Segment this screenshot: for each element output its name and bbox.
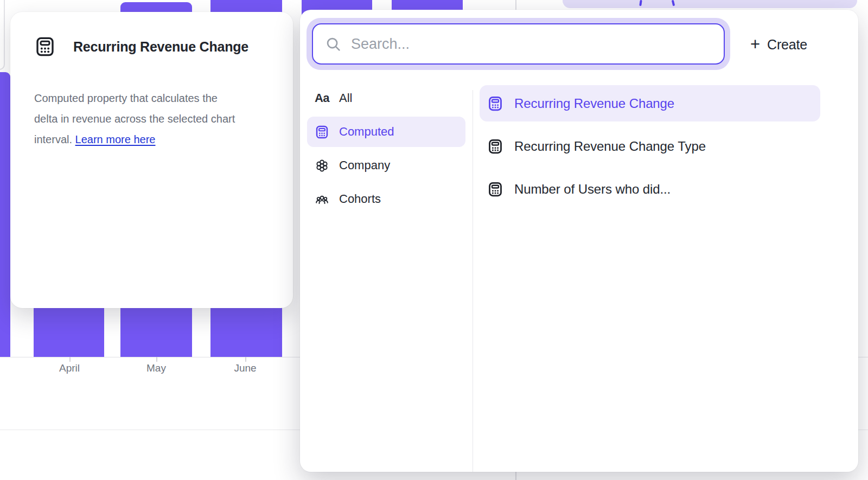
columns-divider — [473, 90, 473, 472]
search-field[interactable] — [312, 23, 725, 65]
tooltip-title: Recurring Revenue Change — [73, 39, 248, 55]
description-line: delta in revenue across the selected cha… — [34, 108, 269, 129]
description-line: Computed property that calculates the — [34, 88, 269, 108]
learn-more-link[interactable]: Learn more here — [75, 133, 156, 145]
clipped-text-fragment — [672, 0, 675, 6]
axis-tick — [245, 357, 246, 362]
search-icon — [325, 36, 342, 53]
filter-label: Computed — [339, 125, 394, 139]
screen: AprilMayJune Recurring Revenue Change — [0, 0, 868, 480]
filter-label: Company — [339, 158, 390, 172]
axis-tick — [69, 357, 71, 362]
cohorts-icon — [315, 192, 329, 207]
calculator-icon — [487, 95, 503, 112]
company-icon — [315, 158, 329, 173]
clipped-property-pill[interactable] — [563, 0, 857, 8]
search-input[interactable] — [351, 36, 724, 53]
result-item-recurring-revenue-change-type[interactable]: Recurring Revenue Change Type — [480, 128, 820, 164]
plus-icon: + — [750, 36, 760, 53]
calculator-icon — [487, 181, 503, 197]
property-tooltip-card: Recurring Revenue Change Computed proper… — [10, 12, 293, 308]
chart-corner-fragment — [0, 0, 5, 70]
filter-item-company[interactable]: Company — [307, 150, 465, 181]
filter-label: Cohorts — [339, 192, 381, 206]
text-format-icon: Aa — [315, 91, 329, 106]
result-label: Number of Users who did... — [514, 182, 671, 197]
tooltip-card-header: Recurring Revenue Change — [10, 12, 293, 57]
create-button[interactable]: + Create — [745, 31, 813, 57]
axis-tick — [156, 357, 157, 362]
filter-item-all[interactable]: Aa All — [307, 83, 465, 113]
result-item-number-of-users[interactable]: Number of Users who did... — [480, 171, 820, 207]
filter-item-computed[interactable]: Computed — [307, 117, 465, 147]
month-label: May — [146, 362, 166, 374]
chart-bar — [0, 72, 10, 357]
description-line: interval. Learn more here — [34, 129, 269, 150]
filter-item-cohorts[interactable]: Cohorts — [307, 184, 465, 214]
property-picker-modal: + Create Aa All — [300, 10, 858, 472]
description-line-end: interval. — [34, 133, 72, 145]
month-label: June — [234, 362, 256, 374]
clipped-text-fragment — [639, 0, 642, 6]
filter-label: All — [339, 91, 352, 105]
results-list: Recurring Revenue Change Recurring Reven… — [480, 85, 820, 214]
result-label: Recurring Revenue Change Type — [514, 139, 706, 154]
result-label: Recurring Revenue Change — [514, 96, 674, 111]
search-focus-ring — [307, 18, 730, 70]
tooltip-description: Computed property that calculates the de… — [10, 57, 293, 150]
filter-list: Aa All Computed — [307, 83, 465, 217]
calculator-icon — [487, 138, 503, 155]
month-label: April — [59, 362, 80, 374]
calculator-icon — [34, 36, 56, 57]
calculator-icon — [315, 125, 329, 139]
create-button-label: Create — [767, 37, 807, 53]
result-item-recurring-revenue-change[interactable]: Recurring Revenue Change — [480, 85, 820, 121]
